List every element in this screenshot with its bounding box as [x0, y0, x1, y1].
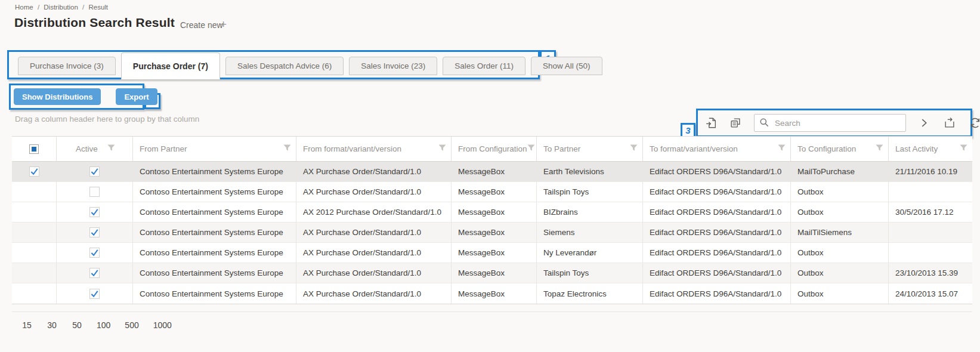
cell-active[interactable] [57, 182, 133, 202]
cell-to-partner[interactable]: Ny Leverandør [537, 243, 643, 263]
column-header-from-configuration[interactable]: From Configuration [452, 137, 537, 161]
cell-to-config[interactable]: Outbox [791, 283, 889, 304]
page-size-option-50[interactable]: 50 [72, 320, 82, 330]
cell-last-activity[interactable]: 24/10/2013 15.07 [889, 283, 972, 304]
active-checkbox[interactable] [89, 268, 100, 278]
tab-purchase-invoice-3[interactable]: Purchase Invoice (3) [18, 57, 116, 75]
cell-to-format[interactable]: Edifact ORDERS D96A/Standard/1.0 [643, 283, 791, 304]
cell-to-format[interactable]: Edifact ORDERS D96A/Standard/1.0 [643, 202, 791, 223]
table-row[interactable]: Contoso Entertainment Systems EuropeAX P… [12, 182, 972, 202]
page-size-option-30[interactable]: 30 [47, 320, 57, 330]
active-checkbox[interactable] [89, 289, 100, 299]
table-row[interactable]: Contoso Entertainment Systems EuropeAX P… [12, 162, 972, 182]
breadcrumb-distribution[interactable]: Distribution [44, 4, 78, 11]
cell-to-config[interactable]: Outbox [791, 243, 889, 263]
cell-row-select[interactable] [12, 162, 57, 182]
cell-from-format[interactable]: AX Purchase Order/Standard/1.0 [296, 243, 452, 263]
cell-to-config[interactable]: Outbox [791, 202, 889, 223]
cell-from-config[interactable]: MessageBox [452, 283, 537, 304]
cell-from-format[interactable]: AX 2012 Purchase Order/Standard/1.0 [296, 202, 452, 223]
plus-icon[interactable]: + [220, 18, 227, 31]
column-header-to-partner[interactable]: To Partner [537, 137, 643, 161]
cell-active[interactable] [57, 202, 133, 223]
cell-to-format[interactable]: Edifact ORDERS D96A/Standard/1.0 [643, 223, 791, 243]
tab-sales-invoice-23[interactable]: Sales Invoice (23) [349, 57, 437, 75]
cell-from-format[interactable]: AX Purchase Order/Standard/1.0 [296, 162, 452, 182]
cell-active[interactable] [57, 283, 133, 304]
cell-to-partner[interactable]: Tailspin Toys [537, 263, 643, 283]
cell-to-partner[interactable]: Topaz Electronics [537, 283, 643, 304]
page-size-option-100[interactable]: 100 [97, 320, 110, 330]
cell-row-select[interactable] [12, 283, 57, 304]
cell-row-select[interactable] [12, 182, 57, 202]
cell-from-partner[interactable]: Contoso Entertainment Systems Europe [133, 202, 296, 223]
cell-from-config[interactable]: MessageBox [452, 223, 537, 243]
cell-from-format[interactable]: AX Purchase Order/Standard/1.0 [296, 283, 452, 304]
cell-last-activity[interactable] [889, 223, 972, 243]
cell-active[interactable] [57, 243, 133, 263]
expand-window-icon[interactable] [942, 116, 957, 130]
active-checkbox[interactable] [89, 207, 100, 217]
tab-show-all-50[interactable]: Show All (50) [531, 57, 602, 75]
cell-from-config[interactable]: MessageBox [452, 162, 537, 182]
active-checkbox[interactable] [89, 187, 100, 197]
show-distributions-button[interactable]: Show Distributions [14, 88, 101, 105]
cell-from-config[interactable]: MessageBox [452, 182, 537, 202]
cell-last-activity[interactable] [889, 243, 972, 263]
active-checkbox[interactable] [89, 248, 100, 258]
cell-to-format[interactable]: Edifact ORDERS D96A/Standard/1.0 [643, 182, 791, 202]
column-header-select[interactable] [12, 137, 57, 161]
breadcrumb-home[interactable]: Home [15, 4, 33, 11]
cell-to-partner[interactable]: Tailspin Toys [537, 182, 643, 202]
column-header-from-partner[interactable]: From Partner [133, 137, 296, 161]
cell-from-config[interactable]: MessageBox [452, 202, 537, 223]
cell-row-select[interactable] [12, 202, 57, 223]
filter-icon[interactable] [960, 144, 967, 153]
cell-from-partner[interactable]: Contoso Entertainment Systems Europe [133, 243, 296, 263]
cell-to-config[interactable]: Outbox [791, 182, 889, 202]
cell-to-config[interactable]: Outbox [791, 263, 889, 283]
tab-purchase-order-7[interactable]: Purchase Order (7) [121, 53, 220, 79]
tab-sales-despatch-advice-6[interactable]: Sales Despatch Advice (6) [225, 57, 344, 75]
cell-row-select[interactable] [12, 263, 57, 283]
cell-from-partner[interactable]: Contoso Entertainment Systems Europe [133, 223, 296, 243]
breadcrumb-result[interactable]: Result [88, 4, 108, 11]
cell-to-partner[interactable]: BIZbrains [537, 202, 643, 223]
cell-last-activity[interactable]: 23/10/2013 15.39 [889, 263, 972, 283]
column-header-active[interactable]: Active [57, 137, 133, 161]
column-header-last-activity[interactable]: Last Activity [889, 137, 972, 161]
cell-to-config[interactable]: MailTilSiemens [791, 223, 889, 243]
table-row[interactable]: Contoso Entertainment Systems EuropeAX P… [12, 283, 972, 304]
cell-active[interactable] [57, 223, 133, 243]
page-size-option-500[interactable]: 500 [125, 320, 138, 330]
cell-active[interactable] [57, 162, 133, 182]
cell-last-activity[interactable]: 30/5/2016 17.12 [889, 202, 972, 223]
cell-from-format[interactable]: AX Purchase Order/Standard/1.0 [296, 263, 452, 283]
column-chooser-icon[interactable] [728, 116, 743, 130]
filter-icon[interactable] [438, 144, 446, 153]
filter-icon[interactable] [630, 144, 638, 153]
cell-to-format[interactable]: Edifact ORDERS D96A/Standard/1.0 [643, 263, 791, 283]
cell-from-partner[interactable]: Contoso Entertainment Systems Europe [133, 283, 296, 304]
cell-from-partner[interactable]: Contoso Entertainment Systems Europe [133, 263, 296, 283]
active-checkbox[interactable] [89, 227, 100, 237]
tab-sales-order-11[interactable]: Sales Order (11) [443, 57, 525, 75]
cell-to-partner[interactable]: Earth Televisions [537, 162, 643, 182]
filter-icon[interactable] [876, 144, 883, 153]
cell-from-format[interactable]: AX Purchase Order/Standard/1.0 [296, 182, 452, 202]
cell-last-activity[interactable]: 21/11/2016 10.19 [889, 162, 972, 182]
search-input[interactable] [754, 114, 906, 132]
table-row[interactable]: Contoso Entertainment Systems EuropeAX P… [12, 243, 972, 263]
filter-icon[interactable] [778, 144, 786, 153]
table-row[interactable]: Contoso Entertainment Systems EuropeAX P… [12, 223, 972, 243]
page-size-option-15[interactable]: 15 [21, 320, 32, 330]
cell-from-config[interactable]: MessageBox [452, 243, 537, 263]
cell-to-config[interactable]: MailToPurchase [791, 162, 889, 182]
cell-from-partner[interactable]: Contoso Entertainment Systems Europe [133, 182, 296, 202]
export-file-icon[interactable] [704, 116, 718, 130]
table-row[interactable]: Contoso Entertainment Systems EuropeAX P… [12, 263, 972, 283]
cell-row-select[interactable] [12, 243, 57, 263]
chevron-right-icon[interactable] [917, 116, 931, 130]
filter-icon[interactable] [527, 144, 535, 153]
cell-from-format[interactable]: AX Purchase Order/Standard/1.0 [296, 223, 452, 243]
